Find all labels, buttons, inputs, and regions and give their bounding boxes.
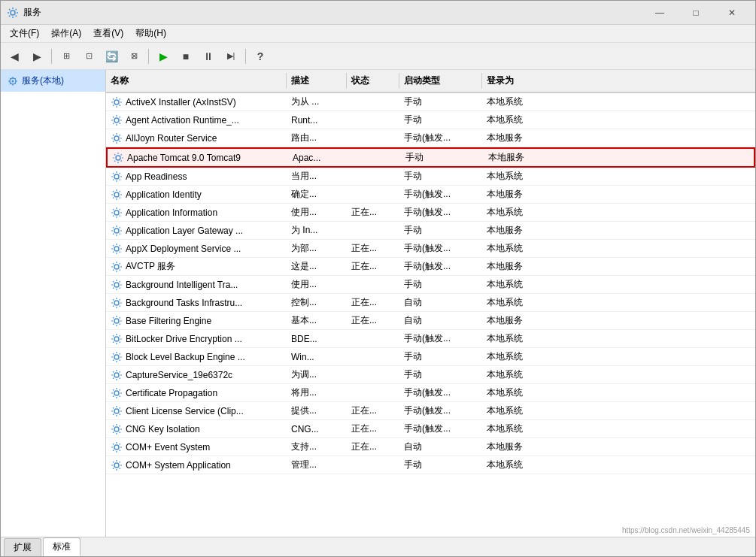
refresh-button[interactable]: 🔄	[101, 47, 122, 66]
service-desc-cell: 路由...	[287, 129, 347, 147]
service-status-cell	[348, 149, 401, 166]
service-gear-icon	[111, 441, 123, 453]
menu-view[interactable]: 查看(V)	[87, 26, 129, 41]
service-name: COM+ Event System	[126, 442, 210, 453]
service-name: Application Identity	[126, 189, 202, 200]
table-row[interactable]: COM+ Event System支持...正在...自动本地服务	[106, 438, 755, 456]
service-name: AppX Deployment Service ...	[126, 244, 241, 254]
service-name: BitLocker Drive Encryption ...	[126, 334, 242, 344]
start-button[interactable]: ▶	[153, 47, 174, 66]
minimize-button[interactable]: —	[642, 2, 677, 23]
tab-标准[interactable]: 标准	[43, 537, 80, 556]
service-gear-icon	[111, 243, 123, 255]
close-button[interactable]: ✕	[715, 2, 749, 23]
stop-button[interactable]: ■	[175, 47, 196, 66]
table-row[interactable]: Block Level Backup Engine ...Win...手动本地系…	[106, 348, 755, 366]
export-button[interactable]: ⊠	[123, 47, 144, 66]
tabs-bar: 扩展标准	[1, 537, 755, 556]
table-row[interactable]: AllJoyn Router Service路由...手动(触发...本地服务	[106, 129, 755, 147]
restart-button[interactable]: ▶|	[220, 47, 241, 66]
svg-point-17	[114, 355, 119, 359]
service-name: Block Level Backup Engine ...	[126, 352, 245, 362]
service-desc-cell: Runt...	[287, 111, 347, 129]
service-status-cell: 正在...	[347, 438, 399, 456]
service-name-cell: CaptureService_19e6372c	[106, 366, 287, 383]
forward-button[interactable]: ▶	[26, 47, 47, 66]
table-row[interactable]: CaptureService_19e6372c为调...手动本地系统	[106, 366, 755, 384]
col-logon[interactable]: 登录为	[482, 73, 542, 89]
pause-button[interactable]: ⏸	[198, 47, 219, 66]
service-startup-cell: 手动(触发...	[399, 204, 482, 221]
table-row[interactable]: CNG Key IsolationCNG...正在...手动(触发...本地系统	[106, 420, 755, 438]
svg-point-18	[114, 373, 119, 377]
service-name-cell: Background Tasks Infrastru...	[106, 294, 287, 311]
table-row[interactable]: Client License Service (Clip...提供...正在..…	[106, 402, 755, 420]
service-gear-icon	[111, 171, 123, 183]
table-row[interactable]: ActiveX Installer (AxInstSV)为从 ...手动本地系统	[106, 93, 755, 111]
table-row[interactable]: Base Filtering Engine基本...正在...自动本地服务	[106, 312, 755, 330]
table-row[interactable]: Agent Activation Runtime_...Runt...手动本地系…	[106, 111, 755, 129]
service-desc-cell: 管理...	[287, 456, 347, 474]
service-gear-icon	[111, 132, 123, 144]
table-row[interactable]: App Readiness当用...手动本地系统	[106, 168, 755, 186]
col-startup[interactable]: 启动类型	[399, 73, 482, 89]
svg-point-5	[114, 136, 119, 141]
service-gear-icon	[111, 225, 123, 237]
service-startup-cell: 手动(触发...	[399, 402, 482, 419]
services-button[interactable]: ⊡	[78, 47, 99, 66]
table-row[interactable]: Certificate Propagation将用...手动(触发...本地系统	[106, 384, 755, 402]
show-console-button[interactable]: ⊞	[56, 47, 77, 66]
main-area: 服务(本地) 名称 描述 状态 启动类型 登录为 ActiveX Install…	[1, 70, 755, 537]
service-gear-icon	[111, 261, 123, 273]
service-name: Application Information	[126, 207, 217, 218]
service-name: Base Filtering Engine	[126, 316, 211, 326]
svg-point-0	[11, 11, 15, 15]
help-button[interactable]: ?	[250, 47, 271, 66]
table-row[interactable]: AVCTP 服务这是...正在...手动(触发...本地服务	[106, 258, 755, 276]
service-startup-cell: 手动(触发...	[399, 258, 482, 275]
back-button[interactable]: ◀	[4, 47, 25, 66]
service-startup-cell: 手动	[399, 276, 482, 293]
service-gear-icon	[112, 152, 124, 164]
table-row[interactable]: BitLocker Drive Encryption ...BDE...手动(触…	[106, 330, 755, 348]
service-name-cell: BitLocker Drive Encryption ...	[106, 330, 287, 347]
service-logon-cell: 本地服务	[482, 312, 542, 329]
col-status[interactable]: 状态	[347, 73, 399, 89]
service-status-cell: 正在...	[347, 312, 399, 329]
table-row[interactable]: Application Layer Gateway ...为 In...手动本地…	[106, 222, 755, 240]
service-name: CNG Key Isolation	[126, 424, 200, 434]
table-row[interactable]: Application Information使用...正在...手动(触发..…	[106, 204, 755, 222]
table-row[interactable]: Application Identity确定...手动(触发...本地服务	[106, 186, 755, 204]
service-startup-cell: 手动	[399, 93, 482, 110]
service-name: Background Tasks Infrastru...	[126, 298, 242, 308]
maximize-button[interactable]: □	[679, 2, 713, 23]
table-row[interactable]: AppX Deployment Service ...为部...正在...手动(…	[106, 240, 755, 258]
service-desc-cell: 提供...	[287, 402, 347, 419]
svg-point-14	[114, 301, 119, 305]
service-logon-cell: 本地系统	[482, 276, 542, 293]
menu-action[interactable]: 操作(A)	[45, 26, 87, 41]
svg-point-7	[114, 174, 119, 179]
col-name[interactable]: 名称	[106, 73, 287, 89]
table-body[interactable]: ActiveX Installer (AxInstSV)为从 ...手动本地系统…	[106, 93, 755, 537]
col-desc[interactable]: 描述	[287, 73, 347, 89]
table-row[interactable]: COM+ System Application管理...手动本地系统	[106, 456, 755, 474]
menu-help[interactable]: 帮助(H)	[129, 26, 172, 41]
service-desc-cell: Win...	[287, 348, 347, 365]
service-desc-cell: 为从 ...	[287, 93, 347, 110]
menu-file[interactable]: 文件(F)	[4, 26, 45, 41]
service-startup-cell: 自动	[399, 438, 482, 456]
table-row[interactable]: Background Tasks Infrastru...控制...正在...自…	[106, 294, 755, 312]
service-name: Certificate Propagation	[126, 388, 217, 398]
table-row[interactable]: Background Intelligent Tra...使用...手动本地系统	[106, 276, 755, 294]
service-startup-cell: 手动(触发...	[399, 420, 482, 437]
service-gear-icon	[111, 114, 123, 126]
svg-point-13	[114, 283, 119, 287]
app-icon	[7, 7, 19, 19]
service-status-cell: 正在...	[347, 240, 399, 257]
table-row[interactable]: Apache Tomcat 9.0 Tomcat9Apac...手动本地服务	[106, 147, 755, 168]
service-gear-icon	[111, 297, 123, 309]
tab-扩展[interactable]: 扩展	[4, 538, 41, 556]
svg-point-19	[114, 391, 119, 395]
sidebar-item-local-services[interactable]: 服务(本地)	[1, 70, 105, 92]
